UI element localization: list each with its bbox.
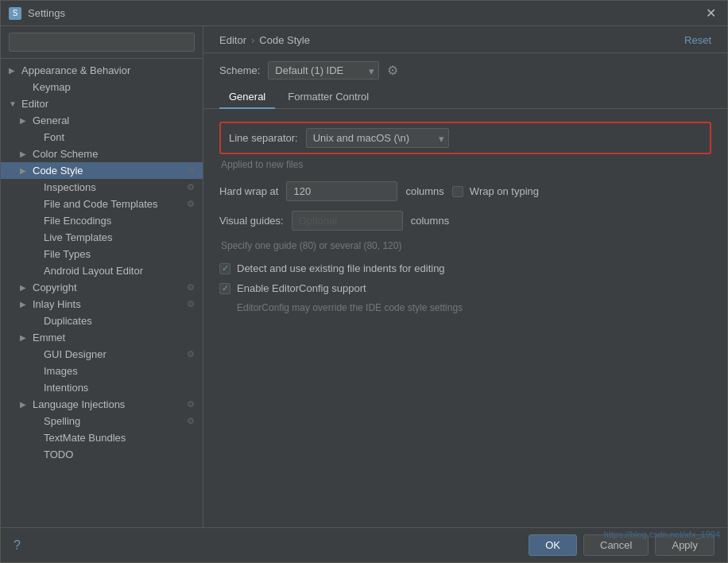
- settings-badge-icon: ⚙: [187, 182, 195, 192]
- titlebar: S Settings ✕: [1, 1, 727, 26]
- arrow-icon: ▶: [20, 116, 29, 125]
- hard-wrap-input[interactable]: [286, 181, 397, 201]
- visual-guides-label: Visual guides:: [219, 215, 284, 227]
- sidebar-item-label: Editor: [21, 98, 48, 110]
- search-box: [1, 26, 203, 59]
- settings-badge-icon: ⚙: [187, 399, 195, 410]
- sidebar-item-android-layout[interactable]: Android Layout Editor: [1, 262, 203, 279]
- sidebar-item-live-templates[interactable]: Live Templates: [1, 229, 203, 246]
- sidebar-item-duplicates[interactable]: Duplicates: [1, 313, 203, 329]
- scheme-select-wrap: Default (1) IDEProject: [268, 61, 379, 80]
- breadcrumb-page: Code Style: [259, 34, 310, 46]
- sidebar-item-file-types[interactable]: File Types: [1, 246, 203, 262]
- sidebar-item-gui-designer[interactable]: GUI Designer⚙: [1, 346, 203, 363]
- sidebar-item-label: Android Layout Editor: [44, 265, 143, 277]
- ok-button[interactable]: OK: [529, 534, 577, 556]
- sidebar-item-todo[interactable]: TODO: [1, 446, 203, 463]
- search-input[interactable]: [9, 33, 195, 52]
- sidebar-item-label: Code Style: [33, 165, 83, 177]
- right-panel: Editor › Code Style Reset Scheme: Defaul…: [203, 26, 727, 527]
- arrow-icon: ▶: [20, 283, 29, 292]
- sidebar-item-inlay-hints[interactable]: ▶Inlay Hints⚙: [1, 296, 203, 313]
- wrap-on-typing-checkbox[interactable]: [452, 186, 463, 197]
- sidebar-item-keymap[interactable]: Keymap: [1, 79, 203, 95]
- gear-icon[interactable]: ⚙: [387, 63, 398, 78]
- sidebar-item-label: Language Injections: [33, 398, 125, 410]
- sidebar-item-label: TextMate Bundles: [44, 432, 126, 444]
- sidebar-item-emmet[interactable]: ▶Emmet: [1, 329, 203, 346]
- detect-indents-checkbox[interactable]: [219, 263, 230, 274]
- settings-tree: ▶Appearance & BehaviorKeymap▼Editor▶Gene…: [1, 59, 203, 527]
- sidebar-item-label: Live Templates: [44, 231, 112, 243]
- settings-badge-icon: ⚙: [187, 282, 195, 293]
- close-button[interactable]: ✕: [703, 6, 719, 21]
- settings-badge-icon: ⚙: [187, 299, 195, 309]
- editorconfig-checkbox[interactable]: [219, 283, 230, 294]
- settings-badge-icon: ⚙: [187, 199, 195, 209]
- sidebar-item-label: TODO: [44, 448, 73, 460]
- sidebar-item-file-encodings[interactable]: File Encodings: [1, 212, 203, 229]
- arrow-icon: ▶: [20, 300, 29, 309]
- sidebar-item-font[interactable]: Font: [1, 129, 203, 146]
- main-content: ▶Appearance & BehaviorKeymap▼Editor▶Gene…: [1, 26, 727, 527]
- editorconfig-note: EditorConfig may override the IDE code s…: [237, 302, 711, 313]
- sidebar-item-editor[interactable]: ▼Editor: [1, 95, 203, 112]
- arrow-icon: ▶: [20, 400, 29, 409]
- line-separator-label: Line separator:: [229, 132, 298, 144]
- sidebar-item-label: Copyright: [33, 282, 77, 293]
- sidebar-item-label: General: [33, 115, 69, 126]
- arrow-icon: ▶: [20, 149, 29, 158]
- sidebar-item-label: Keymap: [33, 81, 71, 93]
- help-icon[interactable]: ?: [14, 538, 21, 553]
- settings-window: S Settings ✕ ▶Appearance & BehaviorKeyma…: [0, 0, 728, 563]
- sidebar-item-general[interactable]: ▶General: [1, 112, 203, 129]
- scheme-select[interactable]: Default (1) IDEProject: [268, 61, 379, 80]
- sidebar-item-color-scheme[interactable]: ▶Color Scheme: [1, 146, 203, 162]
- breadcrumb-separator: ›: [251, 34, 254, 46]
- sidebar-item-images[interactable]: Images: [1, 363, 203, 379]
- hard-wrap-label: Hard wrap at: [219, 185, 278, 197]
- arrow-icon: ▶: [9, 66, 18, 75]
- detect-indents-label: Detect and use existing file indents for…: [237, 262, 445, 274]
- sidebar-item-label: Inlay Hints: [33, 298, 81, 310]
- sidebar-item-copyright[interactable]: ▶Copyright⚙: [1, 279, 203, 296]
- sidebar-item-label: Color Scheme: [33, 148, 98, 160]
- scheme-row: Scheme: Default (1) IDEProject ⚙: [203, 53, 727, 86]
- sidebar-item-intentions[interactable]: Intentions: [1, 379, 203, 396]
- sidebar-item-appearance[interactable]: ▶Appearance & Behavior: [1, 62, 203, 79]
- sidebar-item-language-injections[interactable]: ▶Language Injections⚙: [1, 396, 203, 413]
- sidebar-item-label: File Types: [44, 248, 91, 260]
- wrap-on-typing-row: Wrap on typing: [452, 185, 539, 197]
- sidebar-item-label: Emmet: [33, 332, 65, 344]
- editorconfig-row: Enable EditorConfig support: [219, 282, 711, 294]
- arrow-icon: ▼: [9, 99, 18, 108]
- breadcrumb: Editor › Code Style: [219, 34, 310, 46]
- line-separator-select[interactable]: Unix and macOS (\n)Windows (\r\n)Classic…: [306, 128, 449, 148]
- sidebar-item-label: File Encodings: [44, 215, 111, 227]
- sidebar-item-code-style[interactable]: ▶Code Style⚙: [1, 162, 203, 179]
- detect-indents-row: Detect and use existing file indents for…: [219, 262, 711, 274]
- sidebar-item-spelling[interactable]: Spelling⚙: [1, 413, 203, 429]
- line-separator-select-wrap: Unix and macOS (\n)Windows (\r\n)Classic…: [306, 128, 449, 148]
- sidebar: ▶Appearance & BehaviorKeymap▼Editor▶Gene…: [1, 26, 203, 527]
- visual-guides-input[interactable]: [292, 211, 403, 231]
- reset-button[interactable]: Reset: [684, 34, 711, 46]
- cancel-button[interactable]: Cancel: [583, 534, 649, 556]
- visual-guides-row: Visual guides: columns: [219, 211, 711, 231]
- arrow-icon: ▶: [20, 333, 29, 342]
- footer: ? OK Cancel Apply: [1, 527, 727, 562]
- tab-formatter-control[interactable]: Formatter Control: [278, 86, 378, 109]
- window-title: Settings: [28, 7, 65, 19]
- sidebar-item-textmate-bundles[interactable]: TextMate Bundles: [1, 429, 203, 446]
- apply-button[interactable]: Apply: [655, 534, 714, 556]
- tab-general[interactable]: General: [219, 86, 275, 109]
- sidebar-item-file-code-templates[interactable]: File and Code Templates⚙: [1, 196, 203, 212]
- sidebar-item-label: GUI Designer: [44, 348, 106, 360]
- visual-columns-label: columns: [411, 215, 449, 227]
- scheme-label: Scheme:: [219, 64, 260, 76]
- arrow-icon: ▶: [20, 166, 29, 175]
- applied-note: Applied to new files: [219, 159, 711, 170]
- wrap-on-typing-label: Wrap on typing: [470, 185, 539, 197]
- sidebar-item-label: Font: [44, 131, 64, 143]
- sidebar-item-inspections[interactable]: Inspections⚙: [1, 179, 203, 196]
